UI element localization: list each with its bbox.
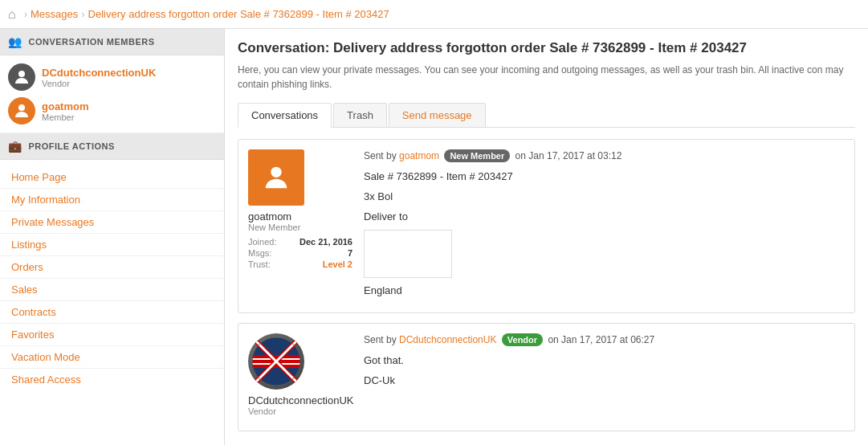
member-item: DCdutchconnectionUK Vendor	[8, 63, 216, 91]
member-info-2: goatmom Member	[42, 100, 89, 122]
message-header-2: Sent by DCdutchconnectionUK Vendor on Ja…	[364, 333, 845, 346]
sidebar-link-contracts[interactable]: Contracts	[0, 301, 224, 324]
msg2-line-2: DC-Uk	[364, 373, 845, 390]
main-layout: 👥 CONVERSATION MEMBERS DCdutchconnection…	[0, 29, 868, 445]
message-card-2: DCdutchconnectionUK Vendor Sent by DCdut…	[238, 323, 855, 431]
home-icon[interactable]: ⌂	[8, 7, 16, 22]
sender-meta-1: Joined: Dec 21, 2016 Msgs: 7 Trust: Leve…	[248, 237, 352, 269]
sidebar-link-vacation-mode[interactable]: Vacation Mode	[0, 346, 224, 369]
breadcrumb-messages[interactable]: Messages	[31, 8, 78, 20]
msgs-value: 7	[348, 248, 352, 258]
member-info: DCdutchconnectionUK Vendor	[42, 67, 156, 88]
message-body-1: Sent by goatmom New Member on Jan 17, 20…	[364, 149, 845, 303]
svg-point-2	[271, 167, 281, 178]
joined-label: Joined:	[248, 237, 276, 247]
sender-name-2: DCdutchconnectionUK	[248, 394, 352, 406]
sender-col-2: DCdutchconnectionUK Vendor	[248, 333, 352, 421]
message-header-1: Sent by goatmom New Member on Jan 17, 20…	[364, 149, 845, 162]
member-role-2: Member	[42, 112, 89, 122]
member-name[interactable]: DCdutchconnectionUK	[42, 67, 156, 79]
message-date-1: Jan 17, 2017 at 03:12	[528, 150, 621, 161]
trust-value: Level 2	[323, 259, 352, 269]
profile-actions: Home Page My Information Private Message…	[0, 160, 224, 397]
msg-line-3: Deliver to	[364, 209, 845, 226]
sidebar-link-orders[interactable]: Orders	[0, 256, 224, 279]
msg-line-5: England	[364, 283, 845, 300]
member-name-2[interactable]: goatmom	[42, 100, 89, 112]
breadcrumb-current: Delivery address forgotton order Sale # …	[88, 8, 389, 20]
members-icon: 👥	[8, 35, 22, 48]
top-nav: ⌂ › Messages › Delivery address forgotto…	[0, 0, 868, 29]
svg-point-1	[18, 104, 25, 111]
sidebar-link-home-page[interactable]: Home Page	[0, 166, 224, 189]
message-text-1: Sale # 7362899 - Item # 203427 3x Bol De…	[364, 169, 845, 300]
badge-vendor: Vendor	[502, 333, 543, 346]
conversation-members-header: 👥 CONVERSATION MEMBERS	[0, 29, 224, 55]
breadcrumb-sep: ›	[24, 8, 27, 20]
sender-name-1: goatmom	[248, 210, 352, 222]
sender-col-1: goatmom New Member Joined: Dec 21, 2016 …	[248, 149, 352, 303]
member-avatar-orange	[8, 97, 35, 125]
tab-conversations[interactable]: Conversations	[238, 103, 332, 128]
sender-avatar-2	[248, 333, 304, 390]
msg-line-2: 3x Bol	[364, 189, 845, 206]
message-body-2: Sent by DCdutchconnectionUK Vendor on Ja…	[364, 333, 845, 421]
member-role: Vendor	[42, 79, 156, 88]
sender-role-1: New Member	[248, 222, 352, 232]
sender-role-2: Vendor	[248, 406, 352, 416]
profile-actions-header: 💼 PROFILE ACTIONS	[0, 133, 224, 160]
msg2-line-1: Got that.	[364, 353, 845, 369]
sidebar: 👥 CONVERSATION MEMBERS DCdutchconnection…	[0, 29, 225, 445]
sidebar-link-sales[interactable]: Sales	[0, 279, 224, 301]
message-card-1: goatmom New Member Joined: Dec 21, 2016 …	[238, 139, 855, 313]
sidebar-link-listings[interactable]: Listings	[0, 234, 224, 256]
message-text-2: Got that. DC-Uk	[364, 353, 845, 390]
vendor-avatar	[8, 63, 35, 91]
message-date-2: Jan 17, 2017 at 06:27	[561, 334, 654, 345]
badge-new-member: New Member	[444, 149, 510, 162]
sidebar-link-my-info[interactable]: My Information	[0, 189, 224, 211]
tab-send-message[interactable]: Send message	[389, 103, 486, 127]
tabs: Conversations Trash Send message	[238, 103, 855, 128]
msgs-label: Msgs:	[248, 248, 271, 258]
breadcrumb-sep2: ›	[81, 8, 84, 20]
member-item: goatmom Member	[8, 97, 216, 125]
sidebar-link-favorites[interactable]: Favorites	[0, 324, 224, 346]
sent-by-link-2[interactable]: DCdutchconnectionUK	[399, 334, 496, 345]
conversation-members: DCdutchconnectionUK Vendor goatmom Membe…	[0, 55, 224, 133]
page-description: Here, you can view your private messages…	[238, 63, 855, 92]
msg-line-1: Sale # 7362899 - Item # 203427	[364, 169, 845, 186]
profile-icon: 💼	[8, 140, 22, 153]
main-content: Conversation: Delivery address forgotton…	[225, 29, 868, 445]
sender-avatar-1	[248, 149, 304, 206]
sidebar-link-shared-access[interactable]: Shared Access	[0, 369, 224, 390]
sent-by-link-1[interactable]: goatmom	[399, 150, 439, 161]
trust-label: Trust:	[248, 259, 271, 269]
tab-trash[interactable]: Trash	[333, 103, 387, 127]
joined-value: Dec 21, 2016	[300, 237, 352, 247]
svg-point-0	[18, 71, 25, 77]
message-image-placeholder	[364, 230, 452, 278]
sidebar-link-private-messages[interactable]: Private Messages	[0, 211, 224, 234]
page-title: Conversation: Delivery address forgotton…	[238, 40, 855, 56]
